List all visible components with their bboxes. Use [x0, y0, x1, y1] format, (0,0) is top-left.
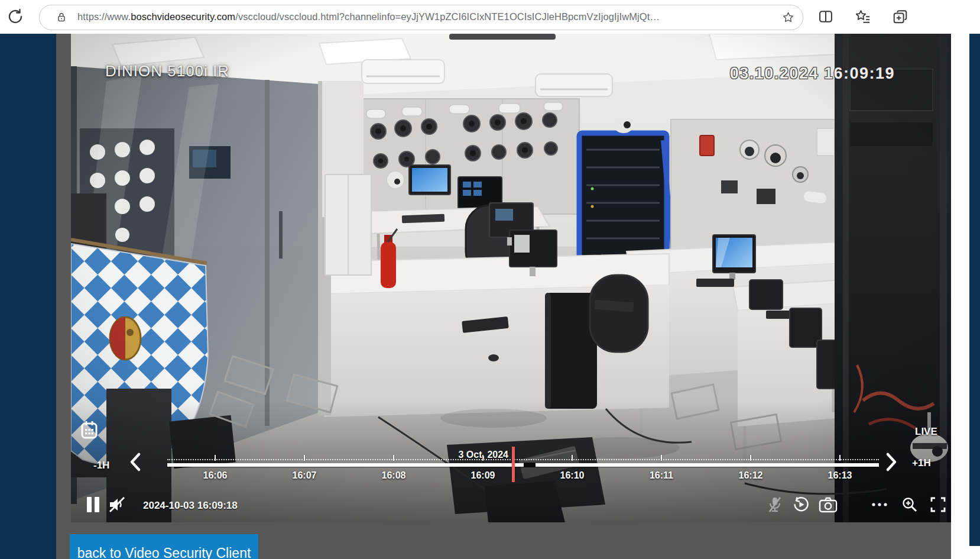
timeline-dotted-track — [167, 459, 879, 460]
timeline-scroll-left-button[interactable] — [127, 451, 145, 473]
fullscreen-icon — [929, 496, 947, 513]
timeline-tick — [215, 455, 216, 461]
microphone-button[interactable] — [766, 496, 784, 513]
timeline-tick — [661, 455, 662, 461]
timeline-time-label: 16:13 — [819, 470, 861, 481]
timeline-bar[interactable] — [167, 463, 879, 467]
left-navy-sidebar — [0, 34, 56, 559]
screen: { "browser": { "reload_icon": "circular-… — [0, 0, 980, 559]
timeline-time-label: 16:06 — [194, 470, 236, 481]
calendar-button[interactable] — [80, 419, 98, 441]
timeline-time-label: 16:07 — [284, 470, 325, 481]
favorites-hub-icon — [855, 8, 871, 25]
back-to-client-button[interactable]: back to Video Security Client — [70, 534, 258, 559]
calendar-icon — [80, 419, 98, 441]
address-bar[interactable]: https://www.boschvideosecurity.com/vsccl… — [39, 5, 803, 30]
fullscreen-button[interactable] — [929, 496, 947, 513]
add-favorite-star-icon — [781, 11, 795, 24]
url-scheme: https://www. — [77, 11, 131, 22]
collections-icon — [892, 8, 908, 25]
timeline-tick — [572, 455, 573, 461]
url-text: https://www.boschvideosecurity.com/vsccl… — [77, 11, 660, 22]
mute-button[interactable] — [108, 496, 125, 513]
favorites-hub-button[interactable] — [854, 8, 872, 26]
browser-toolbar: https://www.boschvideosecurity.com/vsccl… — [0, 0, 980, 34]
live-badge: LIVE — [915, 426, 937, 438]
chevron-right-icon — [882, 451, 900, 473]
more-options-button[interactable] — [870, 496, 888, 513]
timeline-time-label: 16:08 — [373, 470, 414, 481]
playback-history-button[interactable] — [792, 496, 810, 513]
zoom-in-button[interactable] — [901, 496, 919, 513]
zoom-in-icon — [901, 496, 919, 513]
timeline-tick — [750, 455, 751, 461]
timeline-time-label: 16:09 — [462, 470, 504, 481]
timeline-time-label: 16:12 — [730, 470, 771, 481]
site-info-lock-icon[interactable] — [56, 11, 67, 25]
more-options-icon — [870, 496, 889, 513]
jump-back-1h-button[interactable]: -1H — [93, 460, 109, 471]
volume-muted-icon — [108, 496, 126, 513]
osd-timestamp: 03.10.2024 16:09:19 — [730, 64, 895, 83]
playback-time-label: 2024-10-03 16:09:18 — [143, 500, 238, 512]
timeline-tick — [839, 455, 841, 461]
timeline-time-label: 16:11 — [641, 470, 682, 481]
pause-button[interactable] — [84, 496, 102, 513]
timeline-playhead[interactable] — [512, 447, 515, 482]
right-navy-strip — [969, 34, 980, 546]
camera-name-label: DINION 5100i IR — [105, 62, 229, 80]
microphone-off-icon — [767, 496, 783, 513]
jump-forward-1h-button[interactable]: +1H — [912, 457, 931, 469]
split-screen-icon — [817, 8, 834, 25]
playback-history-icon — [792, 496, 810, 513]
pause-icon — [84, 496, 102, 513]
camera-video-frame[interactable]: DINION 5100i IR 03.10.2024 16:09:19 LIVE… — [71, 34, 951, 522]
add-favorite-button[interactable] — [781, 11, 795, 26]
url-domain: boschvideosecurity.com — [131, 11, 235, 22]
timeline-gap-segment — [524, 463, 536, 467]
reload-button[interactable] — [6, 8, 25, 27]
split-screen-button[interactable] — [817, 8, 835, 26]
timeline-tick — [304, 455, 305, 461]
snapshot-camera-icon — [818, 496, 838, 513]
snapshot-button[interactable] — [818, 496, 836, 513]
timeline-scroll-right-button[interactable] — [882, 451, 900, 473]
reload-icon — [7, 8, 24, 25]
timeline-time-label: 16:10 — [551, 470, 593, 481]
url-path: /vsccloud/vsccloud.html?channelinfo=eyJj… — [235, 11, 660, 22]
timeline-date-label: 3 Oct, 2024 — [390, 450, 508, 460]
collections-button[interactable] — [891, 8, 909, 26]
chevron-left-icon — [127, 451, 145, 473]
